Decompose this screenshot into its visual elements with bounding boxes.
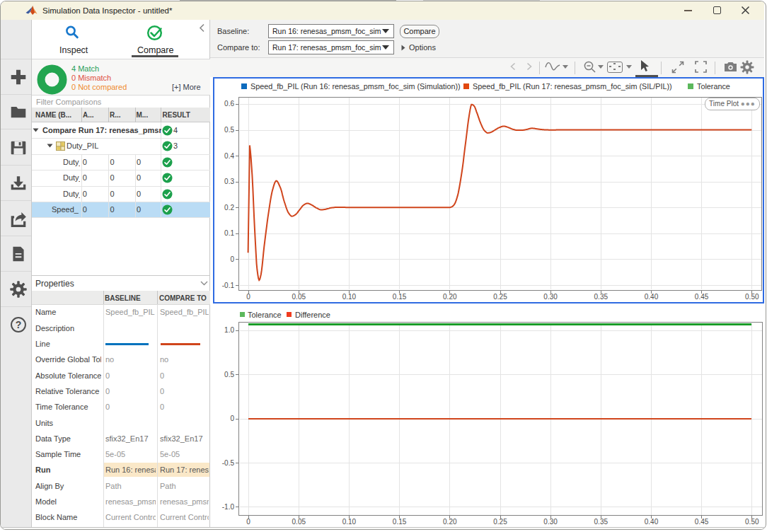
svg-text:?: ?: [15, 318, 21, 330]
